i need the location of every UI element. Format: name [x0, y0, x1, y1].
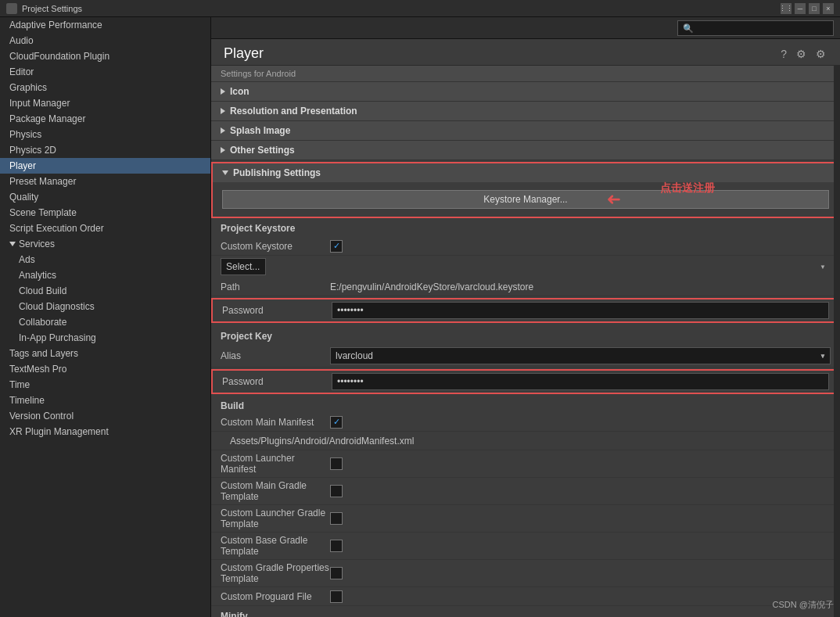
sidebar-item-audio[interactable]: Audio [0, 33, 210, 48]
publishing-section: Publishing Settings Keystore Manager... [211, 162, 840, 218]
title-bar-icon [6, 3, 17, 14]
content-area: Player ? ⚙ ⚙ Settings for Android Icon [211, 17, 840, 617]
keystore-manager-btn[interactable]: Keystore Manager... [222, 190, 829, 209]
sidebar-item-quality[interactable]: Quality [0, 189, 210, 205]
alias-select[interactable]: lvarcloud [330, 347, 831, 364]
splash-triangle [221, 127, 225, 134]
search-input[interactable] [677, 20, 834, 36]
sidebar-item-package-manager[interactable]: Package Manager [0, 111, 210, 127]
publishing-triangle [222, 170, 228, 175]
title-bar-menu-btn[interactable]: ⋮⋮ [781, 3, 792, 14]
sidebar-item-script-execution-order[interactable]: Script Execution Order [0, 221, 210, 236]
keystore-password-row: Password [211, 298, 840, 323]
player-title: Player [224, 45, 264, 62]
sidebar-item-physics[interactable]: Physics [0, 127, 210, 142]
other-label: Other Settings [230, 145, 295, 156]
sidebar-item-editor[interactable]: Editor [0, 64, 210, 80]
resolution-triangle [221, 108, 225, 114]
sidebar-item-collaborate[interactable]: Collaborate [0, 314, 210, 330]
custom-main-manifest-label: Custom Main Manifest [221, 417, 330, 428]
custom-gradle-props-label: Custom Gradle Properties Template [221, 562, 330, 584]
project-keystore-title: Project Keystore [211, 220, 840, 237]
sidebar-item-time[interactable]: Time [0, 377, 210, 393]
help-icon[interactable]: ? [779, 46, 788, 62]
custom-main-manifest-checkbox[interactable] [330, 416, 343, 429]
custom-base-gradle-checkbox[interactable] [330, 540, 343, 552]
custom-main-gradle-label: Custom Main Gradle Template [221, 480, 330, 502]
sidebar-item-services[interactable]: Services [0, 236, 210, 252]
other-section-header[interactable]: Other Settings [211, 141, 840, 160]
sidebar-item-physics-2d[interactable]: Physics 2D [0, 142, 210, 158]
sidebar-item-analytics[interactable]: Analytics [0, 267, 210, 283]
sidebar-item-timeline[interactable]: Timeline [0, 393, 210, 408]
custom-launcher-manifest-checkbox[interactable] [330, 457, 343, 470]
sidebar-item-tags-and-layers[interactable]: Tags and Layers [0, 346, 210, 361]
icon-section-header[interactable]: Icon [211, 82, 840, 102]
custom-launcher-manifest-label: Custom Launcher Manifest [221, 453, 330, 475]
manifest-path-value: Assets/Plugins/Android/AndroidManifest.x… [230, 436, 831, 447]
resolution-section-header[interactable]: Resolution and Presentation [211, 102, 840, 121]
sidebar-item-scene-template[interactable]: Scene Template [0, 205, 210, 221]
keystore-password-input[interactable] [332, 302, 829, 319]
sidebar-item-cloud-build[interactable]: Cloud Build [0, 283, 210, 299]
title-bar-text: Project Settings [22, 4, 781, 13]
manifest-path-row: Assets/Plugins/Android/AndroidManifest.x… [211, 432, 840, 450]
custom-keystore-row: Custom Keystore [211, 237, 840, 256]
sidebar-item-textmesh-pro[interactable]: TextMesh Pro [0, 361, 210, 377]
icon-section-triangle [221, 88, 225, 95]
path-row: Path E:/pengvulin/AndroidKeyStore/lvarcl… [211, 278, 840, 296]
sidebar-item-cloudfoundation-plugin[interactable]: CloudFoundation Plugin [0, 48, 210, 64]
sidebar: Adaptive PerformanceAudioCloudFoundation… [0, 17, 211, 617]
alias-row: Alias lvarcloud ▼ [211, 345, 840, 368]
custom-proguard-checkbox[interactable] [330, 590, 343, 603]
sidebar-item-preset-manager[interactable]: Preset Manager [0, 174, 210, 189]
sidebar-item-cloud-diagnostics[interactable]: Cloud Diagnostics [0, 299, 210, 314]
more-icon[interactable]: ⚙ [814, 46, 827, 62]
sidebar-item-adaptive-performance[interactable]: Adaptive Performance [0, 17, 210, 33]
sidebar-item-xr-plugin-management[interactable]: XR Plugin Management [0, 424, 210, 439]
watermark: CSDN @清倪子 [773, 599, 834, 611]
custom-main-gradle-checkbox[interactable] [330, 485, 343, 497]
path-value: E:/pengvulin/AndroidKeyStore/lvarcloud.k… [330, 282, 831, 292]
custom-launcher-gradle-label: Custom Launcher Gradle Template [221, 508, 330, 529]
sidebar-item-ads[interactable]: Ads [0, 252, 210, 267]
sidebar-item-in-app-purchasing[interactable]: In-App Purchasing [0, 330, 210, 346]
custom-main-manifest-row: Custom Main Manifest [211, 413, 840, 432]
project-key-password-row: Password [211, 369, 840, 394]
project-key-password-label: Password [222, 376, 332, 387]
publishing-section-header[interactable]: Publishing Settings [213, 163, 838, 182]
settings-icon[interactable]: ⚙ [795, 46, 808, 62]
settings-subtitle: Settings for Android [211, 66, 840, 82]
custom-launcher-manifest-row: Custom Launcher Manifest [211, 450, 840, 478]
title-bar-close-btn[interactable]: × [823, 3, 834, 14]
content-scroll: Settings for Android Icon Resolution and… [211, 66, 840, 617]
project-key-password-input[interactable] [332, 373, 829, 390]
top-bar [211, 17, 840, 39]
custom-keystore-checkbox[interactable] [330, 240, 343, 253]
alias-label: Alias [221, 350, 330, 361]
custom-proguard-label: Custom Proguard File [221, 591, 330, 602]
custom-launcher-gradle-checkbox[interactable] [330, 512, 343, 525]
build-title: Build [211, 396, 840, 413]
custom-main-gradle-row: Custom Main Gradle Template [211, 478, 840, 505]
custom-gradle-props-checkbox[interactable] [330, 567, 343, 579]
other-triangle [221, 147, 225, 153]
sidebar-item-player[interactable]: Player [0, 158, 210, 174]
custom-gradle-props-row: Custom Gradle Properties Template [211, 560, 840, 587]
minify-title: Minify [211, 606, 840, 617]
splash-section-header[interactable]: Splash Image [211, 121, 840, 141]
services-triangle [9, 242, 16, 246]
title-bar-minimize-btn[interactable]: ─ [795, 3, 806, 14]
sidebar-item-input-manager[interactable]: Input Manager [0, 95, 210, 111]
sidebar-item-graphics[interactable]: Graphics [0, 80, 210, 95]
scrollbar[interactable] [834, 66, 840, 617]
custom-keystore-label: Custom Keystore [221, 241, 330, 252]
splash-label: Splash Image [230, 125, 290, 136]
keystore-select[interactable]: Select... [221, 258, 266, 275]
custom-base-gradle-label: Custom Base Gradle Template [221, 535, 330, 557]
project-key-title: Project Key [211, 328, 840, 345]
sidebar-item-version-control[interactable]: Version Control [0, 408, 210, 424]
title-bar-maximize-btn[interactable]: □ [809, 3, 820, 14]
title-bar: Project Settings ⋮⋮ ─ □ × [0, 0, 840, 17]
publishing-label: Publishing Settings [233, 167, 321, 178]
